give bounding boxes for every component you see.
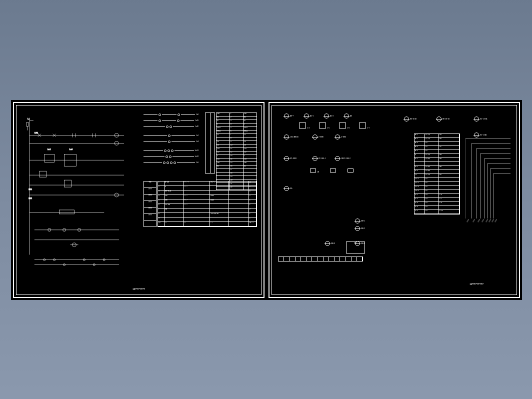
ctrl-lbl-6: 1n4/2 xyxy=(195,156,199,158)
wire-row: A~311~ xyxy=(414,142,460,146)
label-row: ??? xyxy=(144,182,156,188)
ctrl-lbl-2: 1n02 xyxy=(195,126,198,128)
wire-row: A~511~ xyxy=(414,150,460,154)
terminal-row: 8 xyxy=(216,138,256,141)
cable-run-diagram: ???? ???? ???? ???? ???? ???? ???? ???? xyxy=(466,134,510,234)
bc-b: KM~1 xyxy=(355,218,365,224)
terminal-row: 67367 xyxy=(216,120,256,124)
ctrl-lbl-1: 1n01 xyxy=(195,120,198,122)
bom-row: 8JD11/60 4A1 xyxy=(158,213,256,218)
terminal-row: 1131 xyxy=(216,155,256,158)
bom-row: 10? ?? ?? ?88 ? ? xyxy=(158,222,256,226)
terminal-row: 18 xyxy=(216,172,256,176)
wire-row: D~412~ xyxy=(414,206,460,210)
svg-rect-24 xyxy=(64,180,72,187)
sheet-2-right: B6~18 18B6~18~18KC~12~A1KC~12 A1 A~111~1… xyxy=(399,108,514,292)
terminal-row: 1n011n0 xyxy=(216,113,256,116)
svg-rect-26 xyxy=(60,210,74,214)
svg-text:1E1: 1E1 xyxy=(28,188,32,190)
rect-a: 1~4 xyxy=(299,122,310,129)
bom-row: 1A~3A? ? ? ?WZ~13 xyxy=(158,182,256,186)
wire-row: A~211~18M2 xyxy=(414,138,460,142)
svg-text:????: ???? xyxy=(472,218,476,222)
bom-row: 4SM? ? ?LA192 xyxy=(158,195,256,200)
rt-a: B6~18 18 xyxy=(404,116,416,122)
bc-e: KM~4 xyxy=(355,241,365,246)
wire-row: B~113~88M5 xyxy=(414,158,460,162)
comp-j: 1B KC~186~2 xyxy=(335,156,350,161)
terminal-row: 11511115 xyxy=(216,148,256,152)
terminal-row: 13913 xyxy=(216,141,256,144)
svg-text:????: ???? xyxy=(494,218,498,222)
ctrl-lbl-0: 1n0 xyxy=(196,114,198,116)
sheet-1-tables: 1n0 1n01 1n02 1n2 1n3 1n4/1 1n4/2 1n5 1n… xyxy=(144,108,258,292)
wire-row: C3~411~ xyxy=(414,190,460,194)
label-row: ???? xyxy=(144,201,156,208)
rect-c: 1~6 xyxy=(339,122,350,129)
terminal-strip xyxy=(278,256,363,276)
comp-b: A2~1 xyxy=(304,114,314,118)
bc-a: K6~ xyxy=(284,186,292,191)
bom-row: 5KM? ? ?LA191 xyxy=(158,200,256,204)
wire-row: D~312~1~8 xyxy=(414,202,460,206)
bom-row: 7KA2 xyxy=(158,208,256,213)
svg-text:????: ???? xyxy=(466,218,470,222)
sheet-1-circuit-diagram[interactable]: SA1 1n2 1n3 1E1 1E2 L1 1n0 1n01 xyxy=(13,102,264,298)
cad-viewport[interactable]: SA1 1n2 1n3 1E1 1E2 L1 1n0 1n01 xyxy=(11,100,522,300)
svg-text:1E2: 1E2 xyxy=(28,197,32,200)
ctrl-lbl-3: 1n2 xyxy=(196,135,198,136)
comp-f: 2~3KM xyxy=(312,134,324,140)
bom-table: 1A~3A? ? ? ?WZ~132B? ? ?13RE~RCB64SM? ? … xyxy=(158,181,257,227)
wire-row: A~411~23 xyxy=(414,146,460,150)
bc-c: KM~2 xyxy=(355,226,365,231)
terminal-row: 651665 xyxy=(216,166,256,169)
svg-text:SA1: SA1 xyxy=(34,132,38,134)
sheet-2-panel-layout[interactable]: ??? A8~?A2~1A2~2A31~41~51~61~71KC~AB0192… xyxy=(268,102,520,298)
rect-b: 1~5 xyxy=(319,122,330,129)
rt-b: B6~18~18 xyxy=(436,116,450,122)
bom-row: 2B? ? ?1 xyxy=(158,186,256,190)
control-circuit-block: 1n0 1n01 1n02 1n2 1n3 1n4/1 1n4/2 1n5 xyxy=(144,112,198,178)
wire-row: C2~111~ xyxy=(414,178,460,182)
sc-b xyxy=(330,168,337,173)
wire-row: C2~211~ xyxy=(414,182,460,186)
wire-row: B~213~88M6 xyxy=(414,166,460,170)
wire-row: C111~28M7 xyxy=(414,174,460,178)
svg-text:1n3: 1n3 xyxy=(70,148,73,150)
label-row: ???? xyxy=(144,208,156,214)
terminal-row: V6115V611 xyxy=(216,127,256,130)
terminal-row: 19 xyxy=(216,176,256,180)
wire-row: C2~311~ xyxy=(414,186,460,190)
comp-a: A8~? xyxy=(284,114,294,118)
wire-row: D~212~1~7 xyxy=(414,198,460,202)
comp-e: 1KC~AB019 xyxy=(284,134,298,140)
comp-d: A3 xyxy=(344,114,352,118)
right-top-components: B6~18 18B6~18~18KC~12~A1KC~12 A1 xyxy=(399,112,514,132)
ctrl-lbl-4: 1n3 xyxy=(196,141,198,142)
terminal-row: W6116W611 xyxy=(216,130,256,134)
wire-row: B~313~88 xyxy=(414,170,460,174)
comp-g: 2~1KM xyxy=(335,134,346,140)
svg-text:1n2: 1n2 xyxy=(48,148,51,150)
side-label-box: ??????????????????????? xyxy=(144,181,156,227)
wire-row: B11~28M4 xyxy=(414,154,460,158)
comp-c: A2~2 xyxy=(324,114,334,118)
wire-row: D~112~1~6 xyxy=(414,194,460,198)
terminal-row: 65265 xyxy=(216,116,256,120)
wire-row xyxy=(414,162,460,166)
terminal-block-graphic xyxy=(205,112,215,174)
sheet-2-border: ??? A8~?A2~1A2~2A31~41~51~61~71KC~AB0192… xyxy=(272,105,517,295)
terminal-row: 11514115 xyxy=(216,158,256,162)
svg-rect-2 xyxy=(26,122,28,126)
sheet-2-title: 1#???????? xyxy=(470,283,484,286)
ctrl-lbl-5: 1n4/1 xyxy=(195,150,199,152)
rect-d: 1~7 xyxy=(359,122,370,129)
svg-text:????: ???? xyxy=(481,218,484,222)
bom-row: 3RE~RCB6 xyxy=(158,190,256,195)
terminal-row: 141 xyxy=(216,124,256,127)
bom-row: 91 xyxy=(158,218,256,222)
wire-row: D~512~1~10 xyxy=(414,210,460,214)
terminal-row: 11711 xyxy=(216,134,256,138)
svg-rect-23 xyxy=(40,171,46,177)
circuit-svg: SA1 1n2 1n3 1E1 1E2 L1 xyxy=(20,108,134,292)
